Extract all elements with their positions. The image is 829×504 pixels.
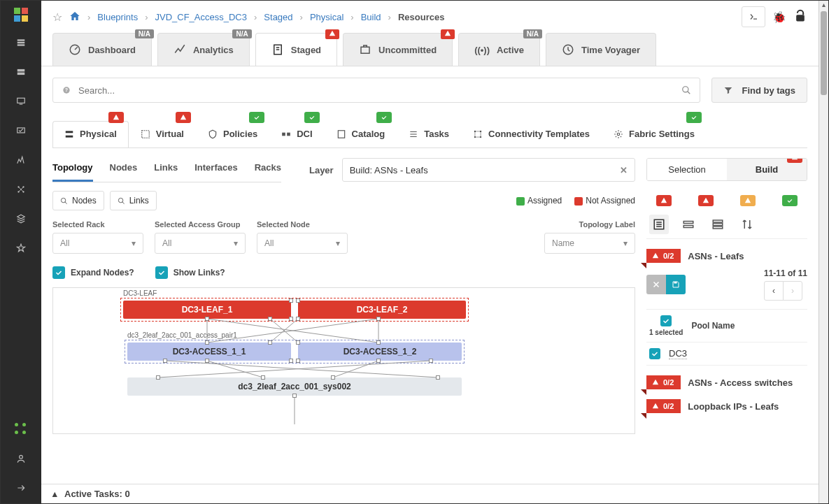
search-input[interactable] [78,85,674,96]
rail-icon-3[interactable] [13,93,29,110]
console-button[interactable] [742,6,765,27]
rail-icon-7[interactable] [13,210,29,227]
svg-rect-47 [683,226,693,228]
tab-interfaces[interactable]: Interfaces [194,158,237,182]
select-all-checkbox[interactable] [660,315,672,326]
crumb-2[interactable]: Staged [264,12,292,22]
pool-row-checkbox[interactable] [649,348,660,359]
tab-dashboard[interactable]: DashboardN/A [52,33,152,66]
status-pill-1 [656,195,672,206]
unlock-icon[interactable] [793,9,807,25]
node-access-1[interactable]: DC3-ACCESS_1_1 [127,343,291,361]
subtab-dci[interactable]: DCI [269,121,324,147]
svg-point-32 [61,198,65,202]
tab-active[interactable]: ((•))ActiveN/A [458,33,540,66]
crumb-5: Resources [398,12,444,22]
subtab-policies[interactable]: Policies [196,121,269,147]
layer-label: Layer [309,165,334,175]
topology-canvas[interactable]: DC3-LEAF DC3-LEAF_1 DC3-LEAF_2 dc3_2leaf… [52,287,635,434]
svg-rect-49 [713,224,723,226]
legend-assigned: Assigned [516,196,562,206]
subtab-connectivity[interactable]: Connectivity Templates [461,121,602,147]
rail-icon-star[interactable] [13,240,29,257]
svg-rect-2 [17,44,25,45]
search-box[interactable]: ? [52,78,700,103]
rail-icon-1[interactable] [13,34,29,51]
crumb-4[interactable]: Build [361,12,381,22]
rail-icon-5[interactable] [13,152,29,168]
svg-rect-50 [713,226,723,229]
layer-select[interactable]: Build: ASNs - Leafs✕ [342,158,635,182]
svg-rect-48 [713,220,723,222]
rail-apps-icon[interactable] [13,421,29,438]
tab-staged[interactable]: Staged [255,33,337,66]
crumb-1[interactable]: JVD_CF_Access_DC3 [155,12,248,22]
rail-user-icon[interactable] [13,450,29,467]
search-icon[interactable] [681,85,691,95]
view-list-icon[interactable] [649,215,669,234]
rail-icon-6[interactable] [13,181,29,198]
active-tasks-label: Active Tasks: 0 [64,489,130,499]
tab-nodes[interactable]: Nodes [110,158,138,182]
favorite-star-icon[interactable]: ☆ [52,10,62,24]
tab-analytics[interactable]: AnalyticsN/A [157,33,250,66]
page-next-button[interactable]: › [783,281,802,301]
view-stack-icon[interactable] [708,215,728,234]
section-flag-1: 0/2 [646,249,681,263]
subtab-physical[interactable]: Physical [52,121,129,147]
view-grid-icon[interactable] [679,215,698,234]
save-button[interactable] [666,275,686,294]
svg-text:?: ? [65,87,68,92]
tab-time-voyager[interactable]: Time Voyager [546,33,656,66]
svg-rect-21 [66,131,73,133]
svg-rect-22 [66,135,73,137]
view-sort-icon[interactable] [737,215,757,234]
legend-not-assigned: Not Assigned [574,196,635,206]
svg-line-36 [270,319,298,343]
search-nodes-button[interactable]: Nodes [52,191,104,210]
tab-uncommitted[interactable]: Uncommitted [343,33,453,66]
svg-rect-46 [683,222,693,224]
find-by-tags-button[interactable]: Find by tags [711,78,807,103]
node-select[interactable]: All▾ [257,233,348,254]
svg-rect-25 [287,132,290,136]
expand-nodes-toggle[interactable]: Expand Nodes? [52,266,134,279]
bug-icon[interactable]: 🐞 [772,10,786,24]
inner-tabs: Topology Nodes Links Interfaces Racks [52,158,281,182]
topo-label-select[interactable]: Name▾ [544,233,635,254]
subtab-catalog[interactable]: Catalog [325,121,397,147]
subtab-fabric[interactable]: Fabric Settings [602,121,707,147]
rail-icon-2[interactable] [13,64,29,80]
tab-racks[interactable]: Racks [255,158,281,182]
crumb-0[interactable]: Blueprints [97,12,138,22]
tab-topology[interactable]: Topology [52,158,93,182]
search-links-button[interactable]: Links [110,191,157,210]
rail-collapse-icon[interactable] [13,480,29,496]
clear-icon[interactable]: ✕ [620,165,628,175]
pool-row-name: DC3 [669,348,687,359]
svg-point-33 [118,198,122,202]
svg-line-37 [270,319,298,343]
svg-rect-3 [17,69,25,72]
status-pill-3 [740,195,756,206]
home-icon[interactable] [69,10,80,24]
status-pill-4 [782,195,798,206]
access-group-select[interactable]: All▾ [155,233,246,254]
app-logo [14,8,28,22]
node-leaf-2[interactable]: DC3-LEAF_2 [298,301,466,319]
rack-select[interactable]: All▾ [52,233,143,254]
subtab-tasks[interactable]: Tasks [397,121,461,147]
footer-expand-icon[interactable]: ▴ [52,489,57,499]
status-pill-2 [698,195,714,206]
cancel-button[interactable] [646,275,666,294]
crumb-3[interactable]: Physical [310,12,343,22]
rtab-selection[interactable]: Selection [647,159,727,180]
rail-icon-4[interactable] [13,122,29,139]
vertical-scrollbar[interactable]: ▴ [819,1,828,503]
show-links-toggle[interactable]: Show Links? [155,266,225,279]
svg-rect-1 [17,42,25,43]
page-prev-button[interactable]: ‹ [764,281,784,301]
svg-point-12 [20,455,23,459]
subtab-virtual[interactable]: Virtual [129,121,196,147]
tab-links[interactable]: Links [154,158,178,182]
